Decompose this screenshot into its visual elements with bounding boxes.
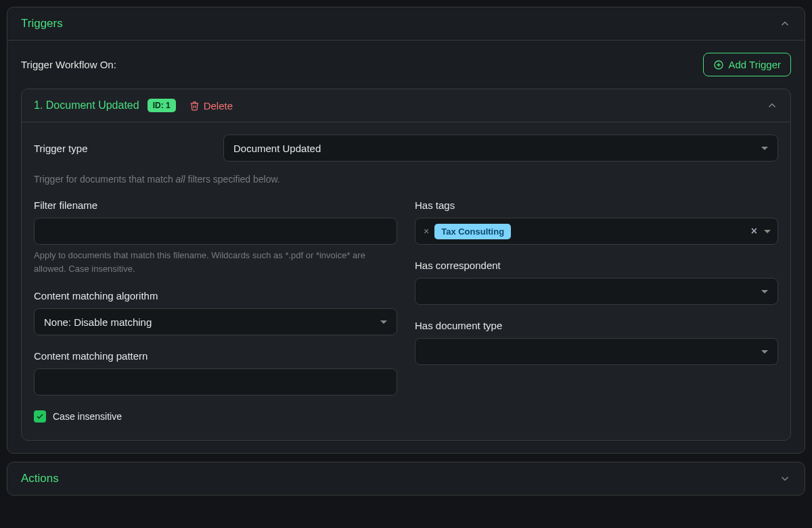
case-insensitive-checkbox[interactable] xyxy=(34,410,46,423)
filter-filename-input[interactable] xyxy=(34,218,397,245)
has-doctype-select[interactable] xyxy=(415,338,778,365)
trigger-title: 1. Document Updated xyxy=(34,99,139,112)
chevron-down-icon xyxy=(779,473,791,485)
trigger-card-header[interactable]: 1. Document Updated ID: 1 Delete xyxy=(22,89,790,122)
trigger-type-select[interactable]: Document Updated xyxy=(223,135,778,162)
has-tags-input[interactable]: × Tax Consulting × xyxy=(415,218,778,245)
trigger-id-badge: ID: 1 xyxy=(148,99,176,112)
trash-icon xyxy=(189,101,200,111)
algorithm-label: Content matching algorithm xyxy=(34,290,397,302)
chevron-up-icon xyxy=(779,18,791,30)
caret-down-icon[interactable] xyxy=(764,230,771,233)
pattern-input[interactable] xyxy=(34,368,397,395)
pattern-label: Content matching pattern xyxy=(34,350,397,362)
algorithm-select[interactable]: None: Disable matching xyxy=(34,308,397,335)
filter-filename-hint: Apply to documents that match this filen… xyxy=(34,249,397,275)
has-doctype-label: Has document type xyxy=(415,320,778,331)
trigger-card: 1. Document Updated ID: 1 Delete Trigger… xyxy=(21,89,791,441)
right-column: Has tags × Tax Consulting × xyxy=(415,199,778,423)
add-trigger-button[interactable]: Add Trigger xyxy=(703,53,791,76)
filter-filename-label: Filter filename xyxy=(34,199,397,211)
trigger-type-value: Document Updated xyxy=(233,143,321,154)
has-correspondent-label: Has correspondent xyxy=(415,260,778,271)
has-correspondent-select[interactable] xyxy=(415,278,778,305)
triggers-panel: Triggers Trigger Workflow On: Add Trigge… xyxy=(7,7,805,454)
case-insensitive-label: Case insensitive xyxy=(53,411,122,422)
check-icon xyxy=(36,412,44,421)
caret-down-icon xyxy=(761,147,768,150)
delete-trigger-button[interactable]: Delete xyxy=(189,100,233,112)
triggers-panel-body: Trigger Workflow On: Add Trigger 1. Docu… xyxy=(7,40,805,453)
left-column: Filter filename Apply to documents that … xyxy=(34,199,397,423)
tag-remove-icon[interactable]: × xyxy=(422,226,430,237)
trigger-help-text: Trigger for documents that match all fil… xyxy=(34,174,778,185)
caret-down-icon xyxy=(380,320,387,324)
trigger-type-label: Trigger type xyxy=(34,143,210,154)
add-trigger-label: Add Trigger xyxy=(728,59,781,70)
actions-panel: Actions xyxy=(7,462,805,496)
trigger-card-body: Trigger type Document Updated Trigger fo… xyxy=(22,122,790,440)
triggers-title: Triggers xyxy=(21,17,63,30)
clear-tags-icon[interactable]: × xyxy=(751,225,757,237)
actions-panel-header[interactable]: Actions xyxy=(7,462,805,495)
plus-circle-icon xyxy=(713,59,724,70)
tag-chip[interactable]: Tax Consulting xyxy=(434,224,511,239)
delete-label: Delete xyxy=(204,100,233,112)
caret-down-icon xyxy=(761,350,768,354)
has-tags-label: Has tags xyxy=(415,199,778,211)
chevron-up-icon xyxy=(766,99,778,112)
triggers-panel-header[interactable]: Triggers xyxy=(7,7,805,40)
caret-down-icon xyxy=(761,290,768,293)
actions-title: Actions xyxy=(21,472,59,485)
trigger-workflow-on-label: Trigger Workflow On: xyxy=(21,59,116,70)
algorithm-value: None: Disable matching xyxy=(44,316,152,328)
